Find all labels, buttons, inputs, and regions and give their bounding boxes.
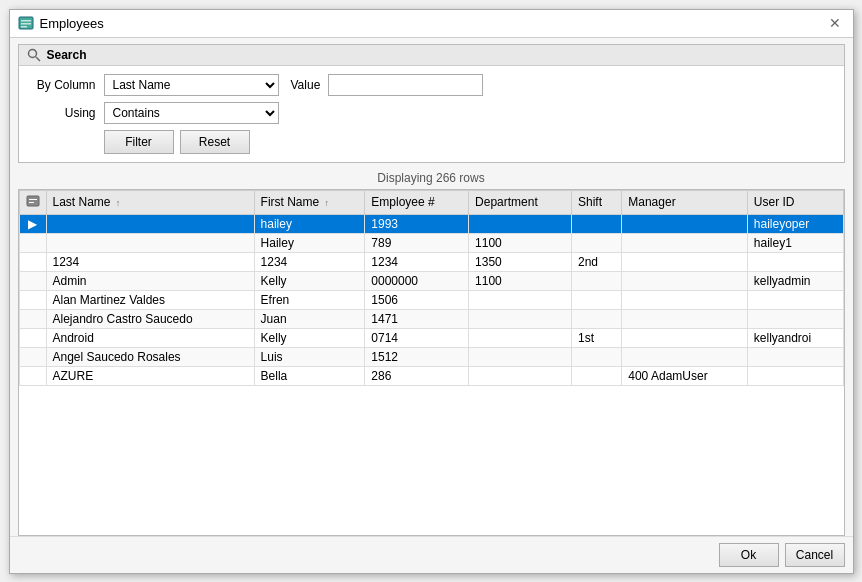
search-section: Search By Column Last Name First Name Em…: [18, 44, 845, 163]
cell-first_name: Hailey: [254, 233, 365, 252]
cell-department: [469, 347, 572, 366]
cell-employee_num: 1506: [365, 290, 469, 309]
dialog-title: Employees: [40, 16, 104, 31]
cell-employee_num: 789: [365, 233, 469, 252]
employees-table: Last Name ↑ First Name ↑ Employee # Depa…: [19, 190, 844, 386]
search-header: Search: [19, 45, 844, 66]
cell-manager: [622, 309, 748, 328]
cell-user_id: kellyandroi: [747, 328, 843, 347]
employees-icon: [18, 15, 34, 31]
table-wrapper[interactable]: Last Name ↑ First Name ↑ Employee # Depa…: [19, 190, 844, 535]
cell-user_id: [747, 252, 843, 271]
th-shift[interactable]: Shift: [571, 190, 621, 214]
cell-last_name: [46, 233, 254, 252]
cell-department: 1100: [469, 271, 572, 290]
svg-rect-1: [21, 20, 31, 22]
cell-department: [469, 309, 572, 328]
cell-indicator: [19, 328, 46, 347]
th-employee-num[interactable]: Employee #: [365, 190, 469, 214]
cell-indicator: [19, 309, 46, 328]
cell-manager: [622, 233, 748, 252]
cell-last_name: [46, 214, 254, 233]
th-last-name[interactable]: Last Name ↑: [46, 190, 254, 214]
cell-shift: [571, 290, 621, 309]
column-select[interactable]: Last Name First Name Employee # Departme…: [104, 74, 279, 96]
cell-last_name: Alejandro Castro Saucedo: [46, 309, 254, 328]
by-column-row: By Column Last Name First Name Employee …: [31, 74, 832, 96]
search-header-label: Search: [47, 48, 87, 62]
cell-shift: [571, 214, 621, 233]
table-row[interactable]: Alejandro Castro SaucedoJuan1471: [19, 309, 843, 328]
cancel-button[interactable]: Cancel: [785, 543, 845, 567]
close-button[interactable]: ✕: [825, 13, 845, 33]
table-row[interactable]: Alan Martinez ValdesEfren1506: [19, 290, 843, 309]
svg-rect-2: [21, 23, 31, 25]
cell-indicator: [19, 271, 46, 290]
cell-first_name: Kelly: [254, 328, 365, 347]
filter-button[interactable]: Filter: [104, 130, 174, 154]
cell-shift: [571, 366, 621, 385]
search-body: By Column Last Name First Name Employee …: [19, 66, 844, 162]
search-icon: [27, 48, 41, 62]
table-row[interactable]: ▶hailey1993haileyoper: [19, 214, 843, 233]
cell-employee_num: 0714: [365, 328, 469, 347]
cell-manager: [622, 252, 748, 271]
table-row[interactable]: Angel Saucedo RosalesLuis1512: [19, 347, 843, 366]
cell-indicator: [19, 347, 46, 366]
using-select[interactable]: Contains Equals Starts With Ends With: [104, 102, 279, 124]
cell-department: [469, 214, 572, 233]
reset-button[interactable]: Reset: [180, 130, 250, 154]
cell-user_id: [747, 366, 843, 385]
cell-indicator: ▶: [19, 214, 46, 233]
cell-last_name: Alan Martinez Valdes: [46, 290, 254, 309]
cell-user_id: [747, 347, 843, 366]
cell-first_name: Bella: [254, 366, 365, 385]
cell-manager: [622, 271, 748, 290]
display-info: Displaying 266 rows: [10, 167, 853, 189]
value-input[interactable]: [328, 74, 483, 96]
cell-user_id: kellyadmin: [747, 271, 843, 290]
title-bar: Employees ✕: [10, 10, 853, 38]
cell-shift: [571, 309, 621, 328]
sort-arrow-last-name: ↑: [116, 198, 121, 208]
th-first-name[interactable]: First Name ↑: [254, 190, 365, 214]
ok-button[interactable]: Ok: [719, 543, 779, 567]
value-label: Value: [291, 78, 321, 92]
cell-indicator: [19, 290, 46, 309]
cell-indicator: [19, 252, 46, 271]
cell-manager: [622, 214, 748, 233]
cell-user_id: [747, 290, 843, 309]
cell-department: [469, 328, 572, 347]
cell-indicator: [19, 366, 46, 385]
table-row[interactable]: AndroidKelly07141stkellyandroi: [19, 328, 843, 347]
th-department[interactable]: Department: [469, 190, 572, 214]
cell-first_name: Efren: [254, 290, 365, 309]
cell-manager: 400 AdamUser: [622, 366, 748, 385]
svg-rect-7: [29, 199, 37, 200]
th-user-id[interactable]: User ID: [747, 190, 843, 214]
using-label: Using: [31, 106, 96, 120]
by-column-label: By Column: [31, 78, 96, 92]
table-row[interactable]: Hailey7891100hailey1: [19, 233, 843, 252]
th-manager[interactable]: Manager: [622, 190, 748, 214]
cell-manager: [622, 347, 748, 366]
cell-manager: [622, 328, 748, 347]
cell-employee_num: 1471: [365, 309, 469, 328]
table-body: ▶hailey1993haileyoperHailey7891100hailey…: [19, 214, 843, 385]
cell-last_name: AZURE: [46, 366, 254, 385]
cell-user_id: hailey1: [747, 233, 843, 252]
table-row[interactable]: AdminKelly00000001100kellyadmin: [19, 271, 843, 290]
svg-rect-8: [29, 202, 34, 203]
cell-employee_num: 1993: [365, 214, 469, 233]
cell-department: 1100: [469, 233, 572, 252]
sort-arrow-first-name: ↑: [325, 198, 330, 208]
th-indicator[interactable]: [19, 190, 46, 214]
cell-user_id: haileyoper: [747, 214, 843, 233]
table-header: Last Name ↑ First Name ↑ Employee # Depa…: [19, 190, 843, 214]
table-row[interactable]: AZUREBella286400 AdamUser: [19, 366, 843, 385]
footer-buttons: Ok Cancel: [10, 536, 853, 573]
cell-department: 1350: [469, 252, 572, 271]
filter-button-row: Filter Reset: [31, 130, 832, 154]
table-row[interactable]: 12341234123413502nd: [19, 252, 843, 271]
cell-department: [469, 290, 572, 309]
